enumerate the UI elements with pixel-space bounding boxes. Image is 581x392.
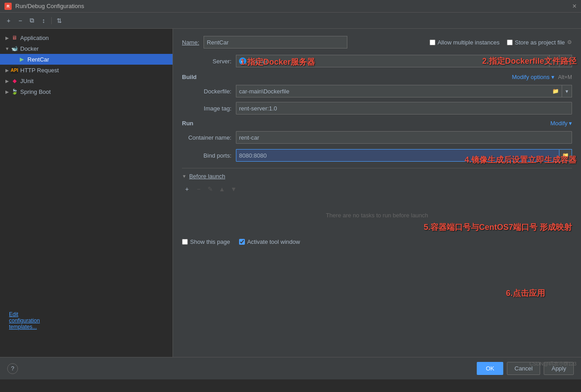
sidebar-item-http-request[interactable]: ▶ API HTTP Request xyxy=(0,65,173,75)
sidebar-item-rentcar[interactable]: ▶ RentCar xyxy=(0,54,173,65)
dockerfile-input-group: 📁 ▼ xyxy=(236,85,572,97)
activate-tool-window-label[interactable]: Activate tool window xyxy=(239,238,300,245)
icon-rentcar: ▶ xyxy=(18,56,25,63)
before-launch-section: ▼ Before launch + − ✎ ▲ ▼ There are no t… xyxy=(182,168,572,228)
sort-config-button[interactable]: ⇅ xyxy=(54,16,64,26)
toolbar-separator xyxy=(51,17,52,24)
modify-options-link[interactable]: Modify options ▾ Alt+M xyxy=(512,74,572,80)
build-section-header: Build Modify options ▾ Alt+M xyxy=(182,74,572,80)
window-title: Run/Debug Configurations xyxy=(15,3,84,9)
allow-multiple-checkbox-label[interactable]: Allow multiple instances xyxy=(430,39,500,46)
help-button[interactable]: ? xyxy=(7,363,18,374)
cancel-button[interactable]: Cancel xyxy=(507,362,540,375)
show-this-page-label[interactable]: Show this page xyxy=(182,238,230,245)
allow-multiple-checkbox[interactable] xyxy=(430,40,435,45)
sidebar-item-application[interactable]: ▶ 🖥 Application xyxy=(0,32,173,43)
config-tree: ▶ 🖥 Application ▼ 🐋 Docker ▶ RentCar ▶ A… xyxy=(0,29,173,357)
icon-spring-boot: 🍃 xyxy=(11,88,18,95)
icon-junit: ◆ xyxy=(11,77,18,84)
image-tag-label: Image tag: xyxy=(182,105,236,112)
icon-docker: 🐋 xyxy=(11,45,18,52)
move-config-button[interactable]: ↕ xyxy=(39,16,49,26)
gear-icon: ⚙ xyxy=(567,39,572,45)
toolbar: + − ⧉ ↕ ⇅ xyxy=(0,13,581,29)
expand-icon-spring: ▶ xyxy=(4,88,11,95)
name-row: Name: Allow multiple instances Store as … xyxy=(182,36,572,48)
bind-ports-input[interactable] xyxy=(236,149,559,162)
sidebar-label-application: Application xyxy=(20,35,49,41)
add-config-button[interactable]: + xyxy=(4,16,13,26)
expand-icon-junit: ▶ xyxy=(4,77,11,84)
store-as-project-label[interactable]: Store as project file ⚙ xyxy=(507,39,572,46)
show-this-page-checkbox[interactable] xyxy=(182,239,188,245)
before-launch-expand-icon[interactable]: ▼ xyxy=(182,174,186,179)
copy-config-button[interactable]: ⧉ xyxy=(27,16,37,26)
sidebar-item-spring-boot[interactable]: ▶ 🍃 Spring Boot xyxy=(0,86,173,97)
run-modify-arrow: ▾ xyxy=(569,120,572,127)
store-as-project-text: Store as project file xyxy=(515,39,565,46)
server-combo-text: Docker xyxy=(249,58,546,65)
ok-button[interactable]: OK xyxy=(477,362,503,375)
container-name-row: Container name: xyxy=(182,131,572,144)
dockerfile-browse-btn[interactable]: 📁 xyxy=(550,85,562,97)
run-section-title: Run xyxy=(182,120,193,127)
before-launch-up-btn[interactable]: ▲ xyxy=(217,184,227,194)
docker-combo-icon: D xyxy=(239,57,246,65)
sidebar-item-docker[interactable]: ▼ 🐋 Docker xyxy=(0,43,173,54)
container-name-input[interactable] xyxy=(236,131,572,144)
run-section-header: Run Modify ▾ xyxy=(182,120,572,127)
bind-ports-browse-btn[interactable]: 📁 xyxy=(559,149,572,162)
image-tag-input[interactable] xyxy=(236,102,572,115)
dockerfile-input[interactable] xyxy=(236,85,550,97)
before-launch-add-btn[interactable]: + xyxy=(182,184,192,194)
before-launch-down-btn[interactable]: ▼ xyxy=(229,184,239,194)
before-launch-edit-btn[interactable]: ✎ xyxy=(205,184,215,194)
activate-tool-window-text: Activate tool window xyxy=(247,238,300,245)
before-launch-title[interactable]: Before launch xyxy=(189,173,225,180)
server-combo[interactable]: D Docker xyxy=(236,55,550,67)
icon-application: 🖥 xyxy=(11,34,18,41)
bind-ports-row: Bind ports: 📁 xyxy=(182,149,572,162)
run-section: Run Modify ▾ Container name: Bind ports: xyxy=(182,120,572,162)
apply-button[interactable]: Apply xyxy=(544,362,574,375)
allow-multiple-label: Allow multiple instances xyxy=(438,39,500,46)
expand-icon-application: ▶ xyxy=(4,34,11,41)
annotation-6: 6.点击应用 xyxy=(506,288,545,299)
dockerfile-label: Dockerfile: xyxy=(182,88,236,95)
app-icon: R xyxy=(4,3,12,10)
sidebar-label-rentcar: RentCar xyxy=(27,56,49,63)
container-name-label: Container name: xyxy=(182,134,236,141)
run-modify-text: Modify xyxy=(550,120,568,127)
shortcut-hint: Alt+M xyxy=(558,74,572,80)
name-row-right: Allow multiple instances Store as projec… xyxy=(430,39,572,46)
config-panel: Name: Allow multiple instances Store as … xyxy=(173,29,581,357)
bottom-bar: ? OK Cancel Apply xyxy=(0,357,581,379)
build-section-title: Build xyxy=(182,74,197,80)
edit-templates-link[interactable]: Edit configuration templates... xyxy=(9,311,40,330)
server-label: Server: xyxy=(182,58,236,65)
bottom-checkboxes: Show this page Activate tool window xyxy=(182,234,572,245)
before-launch-header: ▼ Before launch xyxy=(182,173,572,180)
store-as-project-checkbox[interactable] xyxy=(507,40,513,45)
title-bar: R Run/Debug Configurations × xyxy=(0,0,581,13)
expand-icon-http: ▶ xyxy=(4,66,11,74)
expand-icon-docker: ▼ xyxy=(4,45,11,52)
name-label: Name: xyxy=(182,39,199,46)
show-this-page-text: Show this page xyxy=(190,238,230,245)
activate-tool-window-checkbox[interactable] xyxy=(239,239,245,245)
bind-ports-label: Bind ports: xyxy=(182,152,236,159)
name-input[interactable] xyxy=(204,36,347,48)
server-dropdown-btn[interactable]: ▼ xyxy=(550,55,559,67)
server-dots-btn[interactable]: … xyxy=(559,55,572,67)
remove-config-button[interactable]: − xyxy=(15,16,25,26)
run-modify-link[interactable]: Modify ▾ xyxy=(550,120,572,127)
no-tasks-text: There are no tasks to run before launch xyxy=(182,198,572,228)
close-button[interactable]: × xyxy=(572,2,577,10)
sidebar-item-junit[interactable]: ▶ ◆ JUnit xyxy=(0,75,173,86)
dockerfile-expand-btn[interactable]: ▼ xyxy=(562,85,572,97)
dropdown-arrow-icon: ▾ xyxy=(551,74,554,80)
modify-options-text: Modify options xyxy=(512,74,550,80)
before-launch-remove-btn[interactable]: − xyxy=(194,184,204,194)
bottom-buttons: OK Cancel Apply xyxy=(477,362,574,375)
sidebar-label-spring: Spring Boot xyxy=(20,88,51,95)
